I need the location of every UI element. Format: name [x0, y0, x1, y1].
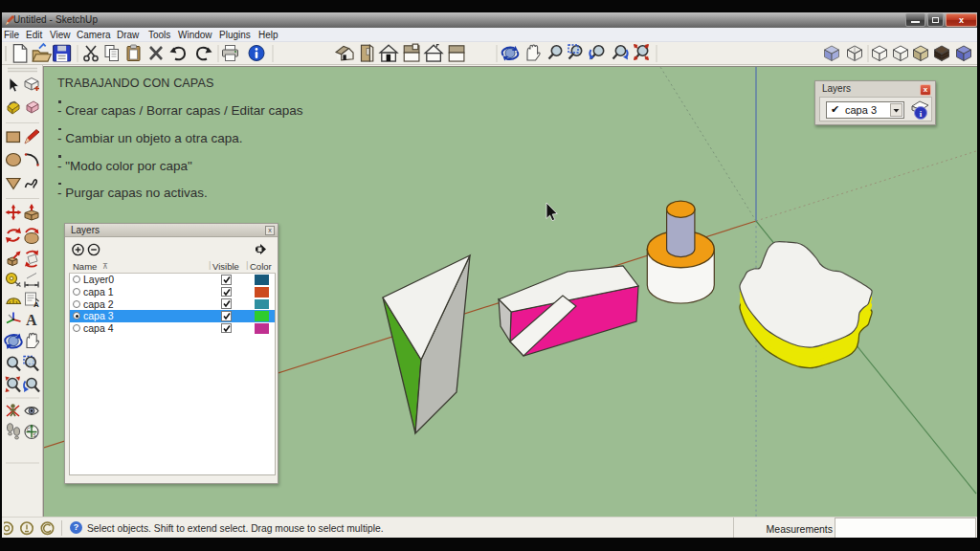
- svg-text:A: A: [26, 312, 37, 328]
- svg-text:C: C: [27, 427, 31, 432]
- svg-text:A: A: [33, 300, 39, 309]
